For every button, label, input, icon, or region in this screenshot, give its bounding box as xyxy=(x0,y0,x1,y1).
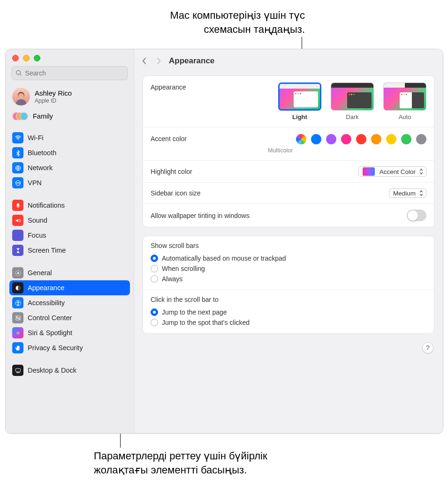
appearance-thumb xyxy=(331,82,374,111)
accent-swatch-1[interactable] xyxy=(311,134,321,144)
accent-swatch-7[interactable] xyxy=(401,134,411,144)
radio-button[interactable] xyxy=(151,255,158,262)
svg-point-10 xyxy=(17,272,19,274)
main-header: Appearance xyxy=(134,49,443,73)
sidebar-item-wi-fi[interactable]: Wi-Fi xyxy=(6,130,134,145)
search-icon xyxy=(15,69,23,77)
appearance-option-label: Dark xyxy=(346,113,358,120)
sidebar-item-general[interactable]: General xyxy=(6,265,134,280)
radio-button[interactable] xyxy=(151,308,158,316)
radio-label: When scrolling xyxy=(162,265,205,272)
scroll-click-option-0[interactable]: Jump to the next page xyxy=(151,307,426,317)
minimize-button[interactable] xyxy=(23,55,30,61)
close-button[interactable] xyxy=(12,55,19,61)
appearance-thumb xyxy=(278,82,321,111)
sidebar-item-bluetooth[interactable]: Bluetooth xyxy=(6,145,134,160)
bell-icon xyxy=(12,200,23,211)
radio-button[interactable] xyxy=(151,275,158,283)
sidebar-item-privacy-security[interactable]: Privacy & Security xyxy=(6,340,134,355)
sidebar-icon-size-popup[interactable]: Medium xyxy=(389,188,426,198)
help-button[interactable]: ? xyxy=(422,342,433,353)
svg-point-5 xyxy=(17,139,18,140)
radio-button[interactable] xyxy=(151,319,158,326)
accent-swatch-6[interactable] xyxy=(386,134,396,144)
accent-label: Accent color xyxy=(151,134,268,142)
wallpaper-tint-toggle[interactable] xyxy=(407,210,426,221)
radio-label: Jump to the spot that's clicked xyxy=(162,319,250,326)
appearance-option-auto[interactable]: Auto xyxy=(383,82,426,120)
dock-icon xyxy=(12,365,23,376)
svg-rect-21 xyxy=(16,372,20,373)
sidebar-item-sound[interactable]: Sound xyxy=(6,213,134,228)
scroll-bars-option-1[interactable]: When scrolling xyxy=(151,263,426,274)
sidebar-item-label: Network xyxy=(28,164,53,172)
moon-icon xyxy=(12,230,23,241)
sidebar-item-desktop-dock[interactable]: Desktop & Dock xyxy=(6,363,134,378)
scroll-bars-option-0[interactable]: Automatically based on mouse or trackpad xyxy=(151,253,426,263)
sidebar-item-appearance[interactable]: Appearance xyxy=(9,280,130,295)
sidebar-item-siri-spotlight[interactable]: Siri & Spotlight xyxy=(6,325,134,340)
sidebar-item-label: Control Center xyxy=(28,314,72,322)
wifi-icon xyxy=(12,132,23,143)
sidebar-item-vpn[interactable]: VPNVPN xyxy=(6,175,134,190)
scroll-panel: Show scroll bars Automatically based on … xyxy=(143,236,434,334)
accent-swatch-3[interactable] xyxy=(341,134,351,144)
sidebar-item-label: Privacy & Security xyxy=(28,344,83,352)
sidebar-item-control-center[interactable]: Control Center xyxy=(6,310,134,325)
sidebar-item-notifications[interactable]: Notifications xyxy=(6,198,134,213)
scroll-bars-option-2[interactable]: Always xyxy=(151,274,426,284)
chevron-up-down-icon xyxy=(418,189,424,197)
vpn-icon: VPN xyxy=(12,177,23,188)
svg-line-1 xyxy=(20,74,21,75)
scroll-click-option-1[interactable]: Jump to the spot that's clicked xyxy=(151,317,426,328)
sidebar-item-accessibility[interactable]: Accessibility xyxy=(6,295,134,310)
family-icon xyxy=(12,111,28,122)
accent-swatch-0[interactable] xyxy=(296,134,306,144)
family-row[interactable]: Family xyxy=(6,108,134,127)
highlight-label: Highlight color xyxy=(151,168,192,175)
accent-swatch-2[interactable] xyxy=(326,134,336,144)
scroll-bars-title: Show scroll bars xyxy=(151,242,426,249)
svg-text:VPN: VPN xyxy=(16,182,20,184)
profile-row[interactable]: Ashley Rico Apple ID xyxy=(6,85,134,108)
sidebar-item-screen-time[interactable]: Screen Time xyxy=(6,243,134,258)
appearance-option-dark[interactable]: Dark xyxy=(331,82,374,120)
search-input[interactable] xyxy=(25,69,124,77)
accent-swatch-5[interactable] xyxy=(371,134,381,144)
sidebar-group-3: GeneralAppearanceAccessibilityControl Ce… xyxy=(6,262,134,359)
sidebar-icon-size-value: Medium xyxy=(393,190,416,197)
radio-button[interactable] xyxy=(151,265,158,272)
wallpaper-tint-label: Allow wallpaper tinting in windows xyxy=(151,212,250,219)
accent-swatch-4[interactable] xyxy=(356,134,366,144)
profile-sub: Apple ID xyxy=(35,98,72,104)
zoom-button[interactable] xyxy=(34,55,40,61)
annotation-top: Mac компьютеріңіз үшін түс схемасын таңд… xyxy=(127,8,305,36)
svg-point-17 xyxy=(18,318,19,319)
sidebar-item-label: Accessibility xyxy=(28,299,65,307)
accent-swatch-8[interactable] xyxy=(416,134,426,144)
chevron-up-down-icon xyxy=(418,168,424,175)
hourglass-icon xyxy=(12,245,23,256)
sidebar-item-label: General xyxy=(28,269,52,277)
back-button[interactable] xyxy=(141,56,148,66)
sidebar-group-4: Desktop & Dock xyxy=(6,359,134,382)
svg-point-18 xyxy=(15,330,20,335)
sidebar-item-focus[interactable]: Focus xyxy=(6,228,134,243)
sidebar-item-network[interactable]: Network xyxy=(6,160,134,175)
network-icon xyxy=(12,162,23,173)
appearance-option-light[interactable]: Light xyxy=(278,82,321,120)
search-field[interactable] xyxy=(11,66,128,80)
bluetooth-icon xyxy=(12,147,23,158)
sidebar-group-2: NotificationsSoundFocusScreen Time xyxy=(6,194,134,262)
hand-icon xyxy=(12,342,23,353)
sidebar-group-1: Wi-FiBluetoothNetworkVPNVPN xyxy=(6,127,134,194)
settings-window: Ashley Rico Apple ID Family Wi-FiBluetoo… xyxy=(5,49,443,434)
highlight-popup[interactable]: Accent Color xyxy=(358,166,426,177)
highlight-preview xyxy=(363,167,375,176)
radio-label: Jump to the next page xyxy=(162,308,227,316)
sidebar-icon-size-label: Sidebar icon size xyxy=(151,189,201,197)
forward-button[interactable] xyxy=(155,56,162,66)
sidebar-item-label: Sound xyxy=(28,217,47,224)
appearance-icon xyxy=(12,282,23,293)
sidebar-item-label: Notifications xyxy=(28,202,65,209)
